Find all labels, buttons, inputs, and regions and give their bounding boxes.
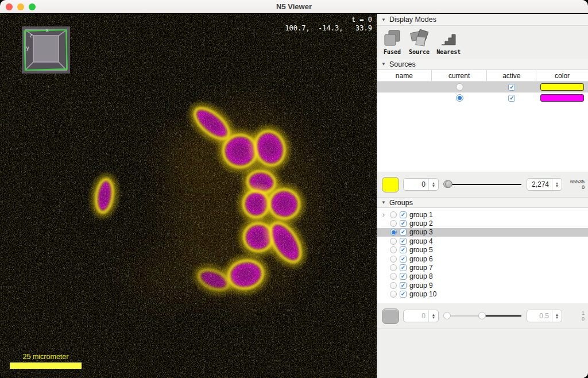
group-active-checkbox[interactable]: ✓ bbox=[400, 256, 407, 263]
source-color-cell bbox=[536, 83, 588, 91]
active-checkbox[interactable]: ✓ bbox=[508, 84, 515, 91]
display-modes-section-header[interactable]: ▼ Display Modes bbox=[377, 14, 588, 26]
group-row[interactable]: ✓group 7 bbox=[377, 263, 588, 272]
current-radio[interactable] bbox=[456, 94, 463, 102]
sources-title: Sources bbox=[389, 60, 416, 68]
group-label: group 10 bbox=[409, 290, 436, 298]
group-row[interactable]: ✓group 9 bbox=[377, 281, 588, 290]
group-active-checkbox[interactable]: ✓ bbox=[400, 220, 407, 227]
group-current-radio[interactable] bbox=[390, 211, 397, 218]
group-active-checkbox[interactable]: ✓ bbox=[400, 229, 407, 236]
group-row[interactable]: ✓group 10 bbox=[377, 290, 588, 299]
display-mode-buttons: Fused Source Nearest bbox=[377, 26, 588, 59]
source-row[interactable]: ✓ bbox=[377, 82, 588, 92]
group-row[interactable]: ✓group 2 bbox=[377, 219, 588, 227]
spin-down-icon[interactable]: ▼ bbox=[555, 316, 559, 319]
brightness-range-slider[interactable] bbox=[443, 178, 523, 191]
spin-down-icon[interactable]: ▼ bbox=[432, 316, 435, 319]
image-viewer-canvas[interactable]: x z y t = 0100.7, -14.3, 33.9 25 microme… bbox=[0, 14, 377, 378]
value-knob[interactable] bbox=[478, 312, 486, 319]
source-label: Source bbox=[409, 49, 430, 55]
group-row[interactable]: ✓group 8 bbox=[377, 272, 588, 281]
min-knob[interactable] bbox=[443, 312, 451, 319]
max-knob[interactable] bbox=[445, 180, 452, 188]
check-icon: ✓ bbox=[401, 291, 405, 297]
min-value: 0 bbox=[404, 179, 428, 190]
group-color-button[interactable] bbox=[382, 308, 399, 324]
group-current-radio[interactable] bbox=[390, 264, 397, 271]
fused-mode-button[interactable]: Fused bbox=[382, 29, 402, 55]
group-row[interactable]: ›✓group 1 bbox=[377, 210, 588, 219]
group-row[interactable]: ✓group 3 bbox=[377, 228, 588, 237]
sources-table-header: name current active color bbox=[377, 70, 588, 82]
source-color-swatch[interactable] bbox=[540, 83, 584, 91]
opacity-min-spinner[interactable]: 0 ▲ ▼ bbox=[403, 310, 439, 322]
source-active-cell: ✓ bbox=[487, 95, 536, 102]
expand-chevron-icon[interactable]: › bbox=[380, 211, 387, 218]
group-active-checkbox[interactable]: ✓ bbox=[400, 246, 407, 253]
scale-bar-rect bbox=[10, 362, 82, 369]
group-label: group 4 bbox=[409, 237, 433, 245]
coordinates-label: 100.7, -14.3, 33.9 bbox=[285, 24, 372, 33]
fused-icon bbox=[382, 29, 402, 48]
brightness-adjuster-row: 0 ▲ ▼ 2,274 ▲ ▼ bbox=[377, 172, 588, 197]
viewer-overlay-info: t = 0100.7, -14.3, 33.9 bbox=[285, 16, 372, 33]
groups-title: Groups bbox=[389, 199, 413, 207]
source-color-swatch[interactable] bbox=[540, 94, 584, 102]
sources-table: name current active color ✓✓ bbox=[377, 70, 588, 172]
check-icon: ✓ bbox=[401, 273, 405, 279]
group-current-radio[interactable] bbox=[390, 291, 397, 298]
group-active-checkbox[interactable]: ✓ bbox=[400, 211, 407, 218]
axis-label-z: z bbox=[29, 32, 33, 38]
spinner-arrows[interactable]: ▲ ▼ bbox=[552, 179, 562, 190]
source-mode-button[interactable]: Source bbox=[409, 29, 430, 55]
groups-section-header[interactable]: ▼ Groups bbox=[377, 197, 588, 208]
nearest-icon bbox=[439, 29, 458, 48]
group-active-checkbox[interactable]: ✓ bbox=[400, 238, 407, 245]
spinner-arrows[interactable]: ▲ ▼ bbox=[428, 179, 438, 190]
range-min: 0 bbox=[566, 316, 585, 322]
group-current-radio[interactable] bbox=[390, 273, 397, 280]
column-header-color: color bbox=[536, 70, 588, 81]
spinner-arrows[interactable]: ▲ ▼ bbox=[552, 310, 562, 322]
slider-track[interactable] bbox=[444, 184, 521, 185]
group-label: group 8 bbox=[409, 272, 433, 280]
spinner-arrows[interactable]: ▲ ▼ bbox=[428, 310, 438, 322]
column-header-current: current bbox=[432, 70, 488, 81]
opacity-min-value: 0 bbox=[404, 310, 428, 322]
opacity-value-spinner[interactable]: 0.5 ▲ ▼ bbox=[527, 310, 562, 322]
group-active-checkbox[interactable]: ✓ bbox=[400, 282, 407, 289]
axis-label-y: y bbox=[26, 45, 29, 51]
source-active-cell: ✓ bbox=[487, 84, 536, 91]
check-icon: ✓ bbox=[401, 247, 405, 253]
check-icon: ✓ bbox=[401, 238, 405, 244]
collapse-triangle-icon: ▼ bbox=[381, 61, 386, 67]
min-value-spinner[interactable]: 0 ▲ ▼ bbox=[403, 178, 439, 191]
group-active-checkbox[interactable]: ✓ bbox=[400, 291, 407, 298]
opacity-adjuster-row: 0 ▲ ▼ 0.5 ▲ ▼ bbox=[377, 303, 588, 329]
group-current-radio[interactable] bbox=[390, 282, 397, 289]
spin-down-icon[interactable]: ▼ bbox=[555, 184, 559, 188]
orientation-cube-widget[interactable]: x z y bbox=[22, 26, 70, 74]
channel-color-button[interactable] bbox=[382, 177, 399, 192]
opacity-slider[interactable] bbox=[443, 310, 523, 322]
sources-table-body: ✓✓ bbox=[377, 82, 588, 172]
source-row[interactable]: ✓ bbox=[377, 92, 588, 103]
sources-section-header[interactable]: ▼ Sources bbox=[377, 59, 588, 70]
active-checkbox[interactable]: ✓ bbox=[508, 95, 515, 102]
group-active-checkbox[interactable]: ✓ bbox=[400, 273, 407, 280]
group-row[interactable]: ✓group 6 bbox=[377, 254, 588, 263]
group-row[interactable]: ✓group 5 bbox=[377, 246, 588, 254]
group-current-radio[interactable] bbox=[390, 246, 397, 253]
group-active-checkbox[interactable]: ✓ bbox=[400, 264, 407, 271]
group-row[interactable]: ✓group 4 bbox=[377, 237, 588, 245]
group-current-radio[interactable] bbox=[390, 229, 397, 236]
group-current-radio[interactable] bbox=[390, 256, 397, 263]
max-value-spinner[interactable]: 2,274 ▲ ▼ bbox=[527, 178, 562, 191]
group-current-radio[interactable] bbox=[390, 220, 397, 227]
range-bounds-label: 65535 0 bbox=[566, 179, 585, 190]
current-radio[interactable] bbox=[456, 83, 463, 91]
nearest-mode-button[interactable]: Nearest bbox=[436, 29, 461, 55]
group-current-radio[interactable] bbox=[390, 238, 397, 245]
spin-down-icon[interactable]: ▼ bbox=[432, 184, 435, 188]
